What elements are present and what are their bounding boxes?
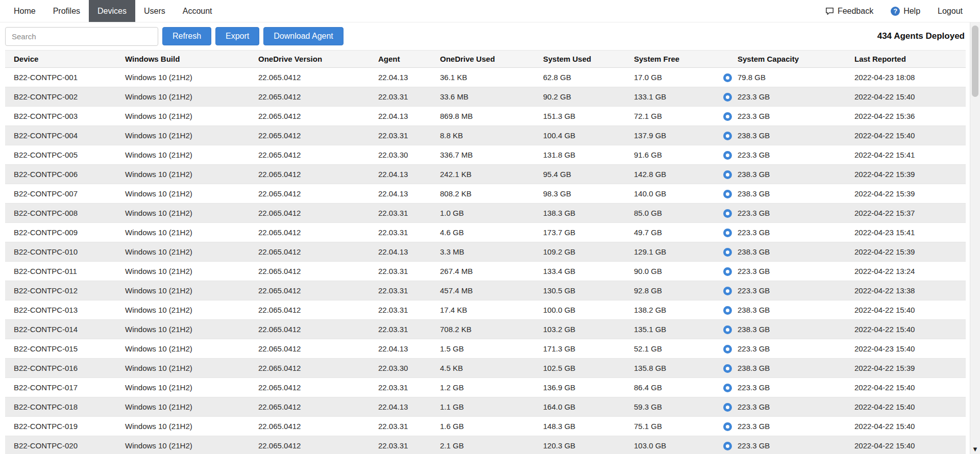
table-row[interactable]: B22-CONTPC-013Windows 10 (21H2)22.065.04… [5,300,966,320]
cell-onedrive-version: 22.065.0412 [250,320,370,339]
donut-ring-icon [723,345,732,354]
table-row[interactable]: B22-CONTPC-008Windows 10 (21H2)22.065.04… [5,204,966,223]
table-row[interactable]: B22-CONTPC-002Windows 10 (21H2)22.065.04… [5,87,966,107]
col-header-agent[interactable]: Agent [370,51,431,68]
cell-agent: 22.04.13 [370,184,431,204]
cell-last-reported: 2022-04-23 15:40 [846,339,966,359]
col-header-system-capacity[interactable]: System Capacity [715,51,846,68]
table-row[interactable]: B22-CONTPC-006Windows 10 (21H2)22.065.04… [5,165,966,184]
col-header-last-reported[interactable]: Last Reported [846,51,966,68]
cell-system-free: 52.1 GB [625,339,715,359]
cell-agent: 22.03.30 [370,145,431,165]
cell-system-free: 85.0 GB [625,204,715,223]
cell-device: B22-CONTPC-015 [5,339,116,359]
nav-item-devices[interactable]: Devices [89,0,135,22]
table-row[interactable]: B22-CONTPC-017Windows 10 (21H2)22.065.04… [5,378,966,397]
nav-item-users[interactable]: Users [135,0,174,22]
search-input[interactable] [5,27,158,46]
cell-agent: 22.04.13 [370,107,431,126]
cell-system-used: 109.2 GB [534,242,625,262]
table-row[interactable]: B22-CONTPC-007Windows 10 (21H2)22.065.04… [5,184,966,204]
capacity-value: 223.3 GB [738,286,770,295]
nav-utilities: Feedback ? Help Logout [825,0,980,22]
table-row[interactable]: B22-CONTPC-009Windows 10 (21H2)22.065.04… [5,223,966,242]
cell-device: B22-CONTPC-008 [5,204,116,223]
table-row[interactable]: B22-CONTPC-020Windows 10 (21H2)22.065.04… [5,436,966,454]
cell-system-free: 137.9 GB [625,126,715,145]
cell-device: B22-CONTPC-013 [5,300,116,320]
cell-onedrive-used: 17.4 KB [431,300,534,320]
capacity-value: 238.3 GB [738,306,770,314]
cell-system-free: 142.8 GB [625,165,715,184]
cell-system-used: 173.7 GB [534,223,625,242]
cell-onedrive-used: 4.5 KB [431,359,534,378]
cell-onedrive-used: 1.0 GB [431,204,534,223]
cell-system-capacity: 223.3 GB [715,378,846,397]
cell-system-free: 133.1 GB [625,87,715,107]
table-row[interactable]: B22-CONTPC-019Windows 10 (21H2)22.065.04… [5,417,966,436]
table-row[interactable]: B22-CONTPC-005Windows 10 (21H2)22.065.04… [5,145,966,165]
cell-system-used: 100.0 GB [534,300,625,320]
refresh-button[interactable]: Refresh [162,27,211,45]
cell-windows-build: Windows 10 (21H2) [116,359,250,378]
table-row[interactable]: B22-CONTPC-004Windows 10 (21H2)22.065.04… [5,126,966,145]
nav-item-profiles[interactable]: Profiles [44,0,89,22]
nav-item-account[interactable]: Account [174,0,221,22]
scrollbar-thumb[interactable] [972,26,978,97]
col-header-device[interactable]: Device [5,51,116,68]
table-row[interactable]: B22-CONTPC-011Windows 10 (21H2)22.065.04… [5,262,966,281]
capacity-value: 223.3 GB [738,92,770,101]
cell-system-capacity: 223.3 GB [715,281,846,300]
vertical-scrollbar[interactable]: ▼ [970,22,980,454]
capacity-value: 223.3 GB [738,209,770,217]
cell-last-reported: 2022-04-22 15:40 [846,417,966,436]
donut-ring-icon [723,229,732,237]
feedback-link[interactable]: Feedback [825,7,873,16]
cell-onedrive-used: 1.6 GB [431,417,534,436]
cell-onedrive-used: 336.7 MB [431,145,534,165]
cell-system-free: 129.1 GB [625,242,715,262]
export-button[interactable]: Export [215,27,259,45]
col-header-onedrive-used[interactable]: OneDrive Used [431,51,534,68]
col-header-windows-build[interactable]: Windows Build [116,51,250,68]
cell-last-reported: 2022-04-22 15:40 [846,320,966,339]
cell-system-capacity: 79.8 GB [715,68,846,87]
table-row[interactable]: B22-CONTPC-003Windows 10 (21H2)22.065.04… [5,107,966,126]
table-row[interactable]: B22-CONTPC-001Windows 10 (21H2)22.065.04… [5,68,966,87]
capacity-value: 223.3 GB [738,422,770,431]
table-row[interactable]: B22-CONTPC-010Windows 10 (21H2)22.065.04… [5,242,966,262]
table-row[interactable]: B22-CONTPC-016Windows 10 (21H2)22.065.04… [5,359,966,378]
cell-system-free: 86.4 GB [625,378,715,397]
cell-device: B22-CONTPC-010 [5,242,116,262]
col-header-system-free[interactable]: System Free [625,51,715,68]
col-header-system-used[interactable]: System Used [534,51,625,68]
cell-system-free: 17.0 GB [625,68,715,87]
table-row[interactable]: B22-CONTPC-018Windows 10 (21H2)22.065.04… [5,397,966,417]
scrollbar-down-arrow-icon[interactable]: ▼ [970,445,980,453]
help-link[interactable]: ? Help [891,7,920,16]
cell-system-free: 72.1 GB [625,107,715,126]
cell-onedrive-version: 22.065.0412 [250,262,370,281]
cell-onedrive-used: 242.1 KB [431,165,534,184]
table-row[interactable]: B22-CONTPC-012Windows 10 (21H2)22.065.04… [5,281,966,300]
cell-windows-build: Windows 10 (21H2) [116,204,250,223]
cell-last-reported: 2022-04-22 15:39 [846,242,966,262]
cell-system-capacity: 223.3 GB [715,87,846,107]
cell-onedrive-version: 22.065.0412 [250,397,370,417]
logout-link[interactable]: Logout [938,7,963,16]
cell-system-capacity: 223.3 GB [715,145,846,165]
nav-item-home[interactable]: Home [5,0,44,22]
table-row[interactable]: B22-CONTPC-015Windows 10 (21H2)22.065.04… [5,339,966,359]
cell-onedrive-used: 33.6 MB [431,87,534,107]
cell-system-capacity: 238.3 GB [715,126,846,145]
cell-system-used: 148.3 GB [534,417,625,436]
cell-onedrive-used: 8.8 KB [431,126,534,145]
donut-ring-icon [723,422,732,431]
donut-ring-icon [723,442,732,450]
download-agent-button[interactable]: Download Agent [263,27,344,45]
cell-system-free: 103.0 GB [625,436,715,454]
speech-bubble-icon [825,7,834,15]
table-row[interactable]: B22-CONTPC-014Windows 10 (21H2)22.065.04… [5,320,966,339]
col-header-onedrive-version[interactable]: OneDrive Version [250,51,370,68]
cell-onedrive-version: 22.065.0412 [250,145,370,165]
